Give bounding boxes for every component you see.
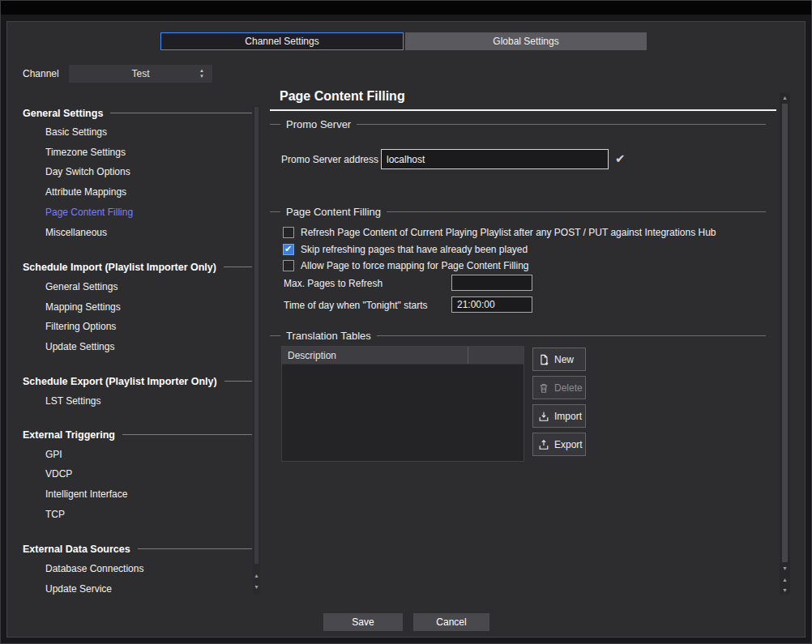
trash-icon [538,382,549,394]
import-icon [538,411,549,422]
table-header-description[interactable]: Description [282,347,468,364]
tonight-starts-label: Time of day when "Tonight" starts [284,299,428,312]
allow-force-mapping-checkbox[interactable] [283,260,294,271]
table-body-empty[interactable] [282,365,524,461]
checkbox-row-refresh-page-content: Refresh Page Content of Current Playing … [283,226,716,238]
validation-check-icon: ✔ [615,151,626,166]
scrollbar-thumb[interactable] [782,104,788,562]
sidebar-item-filtering-options[interactable]: Filtering Options [45,319,116,333]
chevron-up-down-icon[interactable]: ▲▼ [199,68,204,79]
checkbox-row-skip-refreshing: Skip refreshing pages that have already … [283,243,528,255]
divider-line [270,124,280,125]
max-pages-label: Max. Pages to Refresh [284,277,382,290]
skip-refreshing-checkbox[interactable] [283,244,294,255]
channel-label: Channel [23,68,59,79]
divider-line [270,211,280,212]
import-button[interactable]: Import [532,404,586,428]
sidebar-header-general-settings: General Settings [23,106,252,120]
sidebar-item-intelligent-interface[interactable]: Intelligent Interface [45,487,127,501]
scroll-up-icon[interactable]: ▲ [780,576,790,584]
sidebar-item-lst-settings[interactable]: LST Settings [45,394,100,407]
scroll-up-icon[interactable]: ▲ [253,572,260,580]
divider-line [357,124,766,125]
sidebar-item-vdcp[interactable]: VDCP [45,467,72,480]
checkbox-label: Allow Page to force mapping for Page Con… [301,260,529,271]
divider-line [122,434,252,435]
promo-server-address-label: Promo Server address [281,153,378,166]
sidebar-item-update-service[interactable]: Update Service [45,582,112,595]
sidebar-header-schedule-export: Schedule Export (Playlist Importer Only) [23,374,252,388]
scroll-up-icon[interactable]: ▲ [780,94,790,102]
table-header-extra-column [468,347,524,364]
max-pages-input[interactable] [451,275,532,291]
table-header-row: Description [282,347,524,365]
sidebar-item-mapping-settings[interactable]: Mapping Settings [45,300,121,313]
window-titlebar [0,0,812,15]
export-icon [538,439,549,450]
sidebar-item-basic-settings[interactable]: Basic Settings [45,125,107,139]
sidebar-item-attribute-mappings[interactable]: Attribute Mappings [45,185,126,198]
main-scrollbar[interactable]: ▲ ▼ ▲ ▼ [780,92,790,595]
divider-line [387,211,766,212]
sidebar-item-database-connections[interactable]: Database Connections [45,561,143,575]
sidebar-header-schedule-import: Schedule Import (Playlist Importer Only) [23,260,252,274]
cancel-button[interactable]: Cancel [413,613,489,631]
refresh-page-content-checkbox[interactable] [283,227,294,238]
sidebar-header-external-data-sources: External Data Sources [23,542,252,556]
divider-line [377,335,766,336]
group-header-translation-tables: Translation Tables [270,329,766,342]
new-document-icon [538,354,549,365]
sidebar-item-import-general-settings[interactable]: General Settings [45,279,118,293]
scroll-down-icon[interactable]: ▼ [253,583,260,591]
promo-server-address-input[interactable] [381,149,609,169]
scroll-down-icon[interactable]: ▼ [780,586,790,595]
sidebar-item-miscellaneous[interactable]: Miscellaneous [45,225,107,239]
sidebar-item-page-content-filling[interactable]: Page Content Filling [45,205,133,219]
new-button[interactable]: New [532,348,586,371]
sidebar-item-day-switch-options[interactable]: Day Switch Options [45,164,130,178]
tonight-starts-input[interactable] [451,296,532,313]
title-underline [270,109,776,111]
page-title: Page Content Filling [280,89,405,104]
save-button[interactable]: Save [323,613,403,631]
tab-channel-settings[interactable]: Channel Settings [160,32,404,50]
channel-dropdown[interactable]: Test ▲▼ [69,65,212,83]
checkbox-row-allow-force-mapping: Allow Page to force mapping for Page Con… [283,259,529,271]
sidebar-scrollbar[interactable]: ▲ ▼ [253,105,260,595]
divider-line [138,548,252,549]
checkbox-label: Skip refreshing pages that have already … [301,244,528,255]
delete-button[interactable]: Delete [532,376,586,399]
checkbox-label: Refresh Page Content of Current Playing … [301,227,716,238]
export-button[interactable]: Export [532,433,586,456]
scrollbar-thumb[interactable] [254,107,259,564]
sidebar-header-external-triggering: External Triggering [23,428,252,441]
sidebar-item-gpi[interactable]: GPI [45,447,62,461]
group-header-promo-server: Promo Server [270,117,766,130]
sidebar-item-tcp[interactable]: TCP [45,507,65,521]
sidebar-item-timezone-settings[interactable]: Timezone Settings [45,145,126,159]
divider-line [224,381,252,382]
channel-dropdown-value: Test [131,68,149,79]
translation-tables-table[interactable]: Description [281,346,524,462]
sidebar-item-update-settings[interactable]: Update Settings [45,339,114,353]
group-header-page-content-filling: Page Content Filling [270,205,766,218]
divider-line [110,113,252,113]
divider-line [224,267,252,267]
divider-line [270,335,280,336]
scroll-down-icon[interactable]: ▼ [780,565,790,573]
tab-global-settings[interactable]: Global Settings [405,32,647,50]
